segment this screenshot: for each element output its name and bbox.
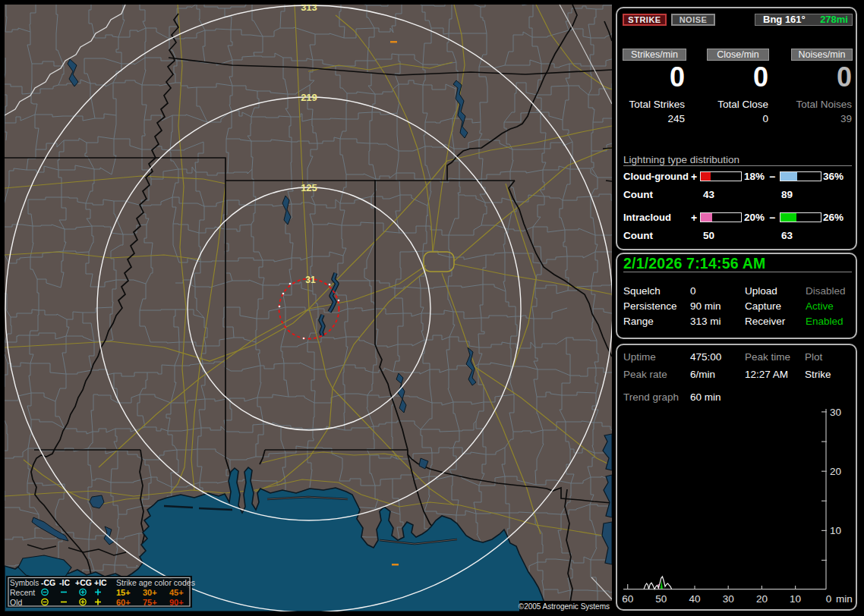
svg-text:0: 0 (826, 593, 832, 605)
svg-text:30+: 30+ (143, 588, 157, 597)
svg-text:45+: 45+ (169, 588, 184, 597)
svg-text:40: 40 (689, 593, 700, 605)
svg-text:60: 60 (622, 593, 633, 605)
svg-text:20: 20 (756, 593, 768, 605)
svg-text:31: 31 (305, 275, 316, 285)
svg-text:20: 20 (830, 466, 841, 477)
svg-text:60+: 60+ (116, 598, 131, 607)
svg-text:-CG: -CG (41, 578, 55, 587)
svg-text:10: 10 (830, 525, 841, 536)
svg-text:-IC: -IC (59, 578, 70, 587)
svg-text:75+: 75+ (143, 598, 157, 607)
svg-text:90+: 90+ (169, 598, 184, 607)
svg-text:125: 125 (301, 182, 317, 193)
svg-text:+CG: +CG (75, 578, 92, 587)
svg-text:30: 30 (830, 407, 841, 418)
svg-text:313: 313 (301, 5, 317, 13)
svg-text:Old: Old (10, 598, 23, 607)
svg-text:Symbols: Symbols (10, 579, 39, 587)
svg-text:©2005 Astrogenic Systems: ©2005 Astrogenic Systems (519, 602, 610, 611)
svg-text:219: 219 (301, 92, 317, 103)
svg-text:Recent: Recent (10, 588, 35, 597)
svg-text:30: 30 (723, 593, 734, 605)
svg-text:10: 10 (790, 593, 801, 605)
svg-text:Strike age color codes: Strike age color codes (116, 578, 195, 587)
svg-text:+IC: +IC (94, 578, 107, 587)
svg-text:50: 50 (655, 593, 667, 605)
svg-text:15+: 15+ (116, 588, 131, 597)
svg-text:min: min (836, 593, 853, 605)
